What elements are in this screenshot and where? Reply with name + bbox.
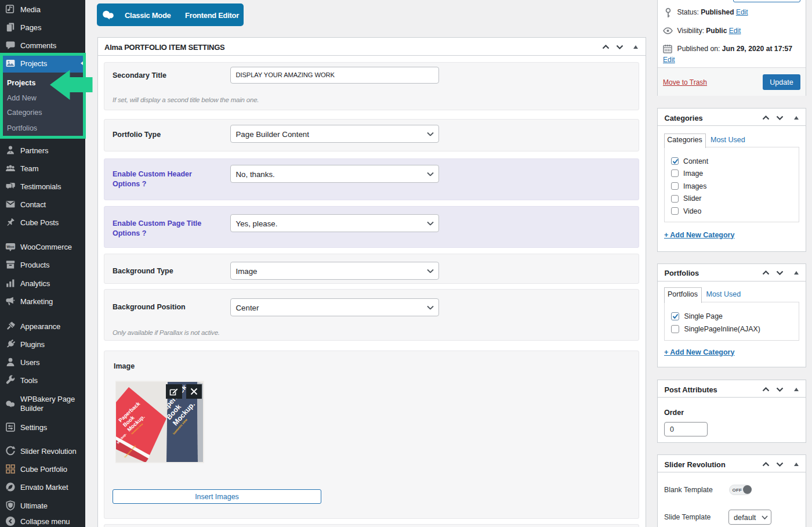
svg-text:Woo: Woo [7,245,14,248]
